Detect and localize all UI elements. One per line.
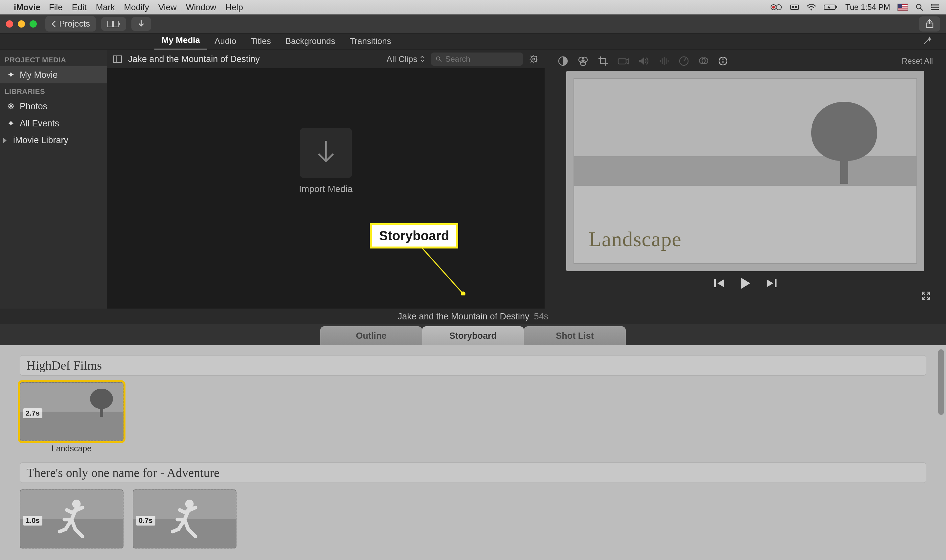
share-button[interactable] xyxy=(919,16,940,32)
sidebar-item-all-events[interactable]: ✦ All Events xyxy=(0,115,107,132)
clip-duration: 1.0s xyxy=(23,516,42,526)
storyboard-clip[interactable]: 1.0s xyxy=(20,489,123,549)
storyboard-clip[interactable]: 2.7s xyxy=(20,382,123,441)
menu-window[interactable]: Window xyxy=(186,2,216,12)
tab-shot-list[interactable]: Shot List xyxy=(524,326,626,345)
svg-rect-8 xyxy=(836,6,837,8)
noise-reduction-icon[interactable] xyxy=(659,57,669,66)
menu-mark[interactable]: Mark xyxy=(96,2,115,12)
sidebar-item-label: iMovie Library xyxy=(13,135,68,145)
menu-extra-icon[interactable] xyxy=(931,4,940,11)
star-box-icon: ✦ xyxy=(6,118,15,129)
svg-point-53 xyxy=(722,58,724,60)
sidebar: PROJECT MEDIA ✦ My Movie LIBRARIES ❋ Pho… xyxy=(0,50,107,309)
placeholder-tree-icon xyxy=(811,102,877,180)
app-menu[interactable]: iMovie xyxy=(14,2,40,12)
svg-rect-23 xyxy=(114,56,122,62)
projects-back-button[interactable]: Projects xyxy=(45,16,96,32)
menu-help[interactable]: Help xyxy=(225,2,243,12)
tree-icon xyxy=(90,389,113,415)
svg-line-60 xyxy=(923,297,925,299)
reset-all-button[interactable]: Reset All xyxy=(902,57,933,66)
play-button[interactable] xyxy=(740,277,751,289)
color-correction-icon[interactable] xyxy=(578,56,589,66)
storyboard-panel: HighDef Films2.7sLandscapeThere's only o… xyxy=(0,345,946,560)
screenrec-icon[interactable] xyxy=(770,3,783,11)
svg-point-27 xyxy=(531,56,537,62)
color-balance-icon[interactable] xyxy=(558,56,568,66)
wifi-icon[interactable] xyxy=(806,4,816,11)
search-input[interactable] xyxy=(445,54,518,64)
tab-transitions[interactable]: Transitions xyxy=(342,33,398,49)
sidebar-item-label: My Movie xyxy=(20,70,58,80)
svg-point-9 xyxy=(917,4,921,9)
settings-gear-icon[interactable] xyxy=(529,54,539,64)
project-duration: 54s xyxy=(534,312,548,322)
info-icon[interactable] xyxy=(718,56,728,66)
zoom-window-button[interactable] xyxy=(29,20,37,28)
sidebar-item-photos[interactable]: ❋ Photos xyxy=(0,98,107,115)
svg-point-2 xyxy=(776,5,781,10)
svg-rect-3 xyxy=(790,5,798,9)
sidebar-item-label: Photos xyxy=(20,102,47,112)
menu-view[interactable]: View xyxy=(158,2,177,12)
clip-duration: 2.7s xyxy=(23,408,42,418)
close-window-button[interactable] xyxy=(6,20,13,28)
input-source-flag-icon[interactable] xyxy=(897,4,908,11)
speed-icon[interactable] xyxy=(679,56,689,66)
star-icon: ✦ xyxy=(6,69,15,80)
project-title: Jake and the Mountain of Destiny xyxy=(398,312,530,322)
clock[interactable]: Tue 1:54 PM xyxy=(845,3,890,12)
volume-icon[interactable] xyxy=(639,57,650,66)
tab-storyboard[interactable]: Storyboard xyxy=(422,326,524,345)
clip-filter-icon[interactable] xyxy=(698,56,709,66)
search-field[interactable] xyxy=(431,52,523,66)
flower-icon: ❋ xyxy=(6,101,15,112)
import-button[interactable] xyxy=(131,17,151,31)
tab-titles[interactable]: Titles xyxy=(244,33,278,49)
tab-outline[interactable]: Outline xyxy=(320,326,422,345)
sidebar-toggle-icon[interactable] xyxy=(113,55,122,63)
prev-button[interactable] xyxy=(713,278,725,289)
library-view-button[interactable] xyxy=(101,17,126,31)
project-media-header: PROJECT MEDIA xyxy=(0,52,107,66)
sidebar-item-label: All Events xyxy=(20,118,59,129)
battery-icon[interactable] xyxy=(823,4,838,11)
minimize-window-button[interactable] xyxy=(18,20,25,28)
svg-point-41 xyxy=(581,60,585,66)
storyboard-section-title[interactable]: There's only one name for - Adventure xyxy=(20,463,926,483)
projects-label: Projects xyxy=(59,19,90,29)
next-button[interactable] xyxy=(765,278,777,289)
sidebar-item-imovie-library[interactable]: iMovie Library xyxy=(0,132,107,149)
menu-edit[interactable]: Edit xyxy=(72,2,87,12)
spotlight-icon[interactable] xyxy=(915,3,924,11)
sidebar-item-my-movie[interactable]: ✦ My Movie xyxy=(0,66,107,83)
tab-backgrounds[interactable]: Backgrounds xyxy=(278,33,343,49)
tab-my-media[interactable]: My Media xyxy=(154,32,207,49)
svg-line-36 xyxy=(530,62,532,62)
svg-line-33 xyxy=(530,56,532,57)
storyboard-clip[interactable]: 0.7s xyxy=(133,489,236,549)
enhance-wand-icon[interactable] xyxy=(922,35,946,49)
preview-canvas[interactable]: Landscape xyxy=(566,71,924,271)
menu-file[interactable]: File xyxy=(49,2,63,12)
svg-point-15 xyxy=(931,6,932,8)
svg-point-28 xyxy=(533,58,535,60)
tab-audio[interactable]: Audio xyxy=(207,33,244,49)
fullscreen-icon[interactable] xyxy=(921,291,931,301)
storyboard-section-title[interactable]: HighDef Films xyxy=(20,355,926,375)
svg-point-1 xyxy=(772,6,775,9)
svg-rect-55 xyxy=(714,279,716,287)
svg-rect-17 xyxy=(108,21,112,27)
import-media-dropzone[interactable]: Import Media xyxy=(299,128,353,194)
menu-modify[interactable]: Modify xyxy=(124,2,149,12)
runner-icon xyxy=(54,498,90,540)
svg-line-10 xyxy=(920,8,923,11)
scrollbar[interactable] xyxy=(938,349,944,415)
disclosure-triangle-icon[interactable] xyxy=(3,138,6,143)
clip-duration: 0.7s xyxy=(136,516,156,526)
crop-icon[interactable] xyxy=(598,56,608,66)
stabilization-icon[interactable] xyxy=(618,57,629,65)
clips-filter-dropdown[interactable]: All Clips xyxy=(387,54,425,64)
tray-icon[interactable] xyxy=(790,4,799,11)
